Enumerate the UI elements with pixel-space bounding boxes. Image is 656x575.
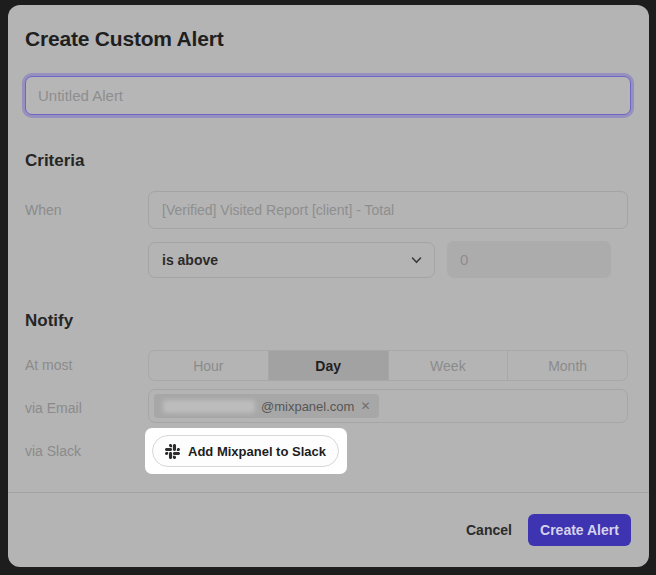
alert-name-input[interactable] bbox=[25, 76, 631, 115]
criteria-heading: Criteria bbox=[25, 151, 85, 171]
add-mixpanel-to-slack-button[interactable]: Add Mixpanel to Slack bbox=[152, 435, 339, 467]
remove-email-icon[interactable]: ✕ bbox=[360, 400, 370, 412]
slack-icon bbox=[165, 444, 180, 459]
chevron-down-icon bbox=[411, 255, 422, 266]
operator-select[interactable]: is above bbox=[148, 242, 435, 278]
via-email-label: via Email bbox=[25, 400, 82, 416]
at-most-label: At most bbox=[25, 357, 72, 373]
email-recipients-input[interactable]: @mixpanel.com ✕ bbox=[148, 389, 628, 423]
create-custom-alert-dialog: Create Custom Alert Criteria When is abo… bbox=[8, 5, 649, 567]
notify-heading: Notify bbox=[25, 311, 73, 331]
frequency-segmented-control: Hour Day Week Month bbox=[148, 350, 628, 381]
email-chip: @mixpanel.com ✕ bbox=[154, 394, 379, 418]
slack-button-label: Add Mixpanel to Slack bbox=[188, 444, 326, 459]
frequency-option-day[interactable]: Day bbox=[268, 351, 388, 380]
cancel-button[interactable]: Cancel bbox=[454, 514, 524, 546]
dialog-title: Create Custom Alert bbox=[25, 27, 223, 51]
metric-input[interactable] bbox=[148, 191, 628, 229]
footer-divider bbox=[8, 492, 649, 493]
threshold-input[interactable] bbox=[447, 241, 611, 278]
email-user-redacted bbox=[163, 400, 255, 413]
via-slack-label: via Slack bbox=[25, 443, 81, 459]
frequency-option-month[interactable]: Month bbox=[507, 351, 627, 380]
operator-value: is above bbox=[162, 252, 218, 268]
frequency-option-week[interactable]: Week bbox=[388, 351, 508, 380]
when-label: When bbox=[25, 202, 62, 218]
email-domain-text: @mixpanel.com bbox=[261, 399, 354, 414]
frequency-option-hour[interactable]: Hour bbox=[149, 351, 268, 380]
create-alert-button[interactable]: Create Alert bbox=[528, 514, 631, 546]
